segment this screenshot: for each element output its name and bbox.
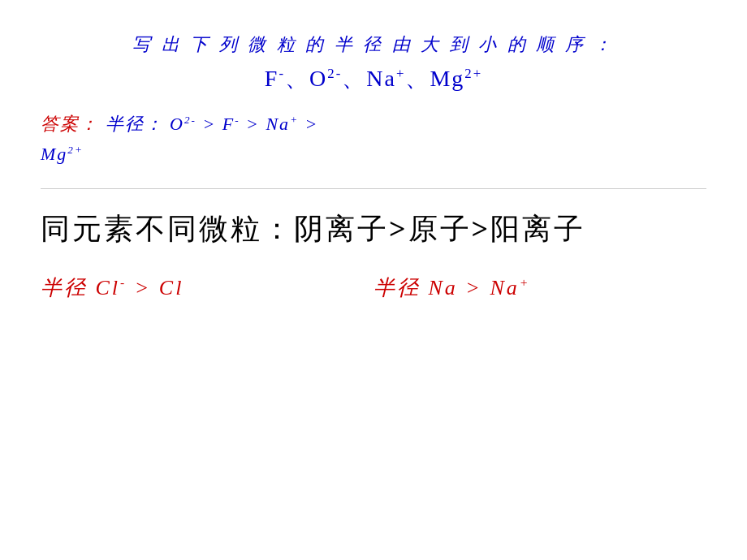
rule-line: 同元素不同微粒：阴离子>原子>阳离子	[41, 209, 706, 249]
radius-label: 半径：	[106, 114, 164, 134]
answer-order-cont: Mg2+	[41, 144, 84, 164]
answer-label: 答案：	[41, 114, 99, 134]
question-intro: 写 出 下 列 微 粒 的 半 径 由 大 到 小 的 顺 序 ：	[41, 32, 706, 57]
examples-row: 半径 Cl- > Cl 半径 Na > Na+	[41, 274, 706, 302]
example1: 半径 Cl- > Cl	[41, 274, 374, 302]
divider	[41, 188, 706, 189]
answer-order: O2- > F- > Na+ >	[170, 114, 318, 134]
answer-block: 答案： 半径： O2- > F- > Na+ > Mg2+	[41, 109, 706, 170]
main-container: 写 出 下 列 微 粒 的 半 径 由 大 到 小 的 顺 序 ： F-、O2-…	[0, 0, 747, 560]
particles-line: F-、O2-、Na+、Mg2+	[41, 63, 706, 94]
example2: 半径 Na > Na+	[374, 274, 706, 302]
